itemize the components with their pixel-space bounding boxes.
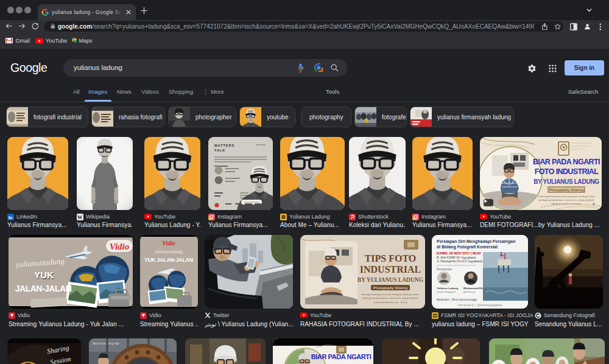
- svg-text:INDUSTRIAL: INDUSTRIAL: [360, 264, 421, 275]
- svg-text:YUK: YUK: [34, 270, 54, 280]
- svg-text:Vidio: Vidio: [110, 242, 130, 251]
- svg-text:Vidio: Vidio: [162, 240, 175, 247]
- svg-text:Tentang belajar bersama fotogr: Tentang belajar bersama fotografi, berba…: [538, 195, 596, 198]
- svg-text:Photography Sharing: Photography Sharing: [373, 286, 407, 290]
- svg-text:TALK: TALK: [214, 149, 225, 152]
- svg-text:fsmr.isi.ac.id | @fsmrisiyog: fsmr.isi.ac.id | @fsmrisiyogyakarta: [458, 304, 502, 307]
- svg-text:meetings: meetings: [256, 143, 266, 146]
- svg-text:Arif Roeng: Arif Roeng: [463, 290, 475, 293]
- svg-text:berbagi berbagai macam fotogra: berbagi berbagai macam fotografi, berbag…: [362, 293, 420, 296]
- svg-text:in: in: [9, 214, 13, 220]
- svg-text:JALAN-JALAN: JALAN-JALAN: [15, 284, 72, 293]
- svg-text:Pembicara:: Pembicara:: [437, 267, 452, 271]
- svg-text:yulianustadung: yulianustadung: [154, 249, 183, 254]
- svg-text:Photography Sharing: Photography Sharing: [549, 188, 583, 192]
- svg-text:W: W: [77, 214, 83, 220]
- svg-text:BY YULIANUS LADUNG: BY YULIANUS LADUNG: [357, 277, 424, 283]
- svg-text:KAMIS, 02 NOV 2017 | 08.00: KAMIS, 02 NOV 2017 | 08.00: [437, 251, 481, 255]
- svg-text:MATTERS: MATTERS: [214, 144, 234, 147]
- svg-text:FOTO INDUSTRIAL: FOTO INDUSTRIAL: [535, 167, 599, 176]
- svg-text:BIAR PADA NGARTI: BIAR PADA NGARTI: [311, 353, 371, 360]
- svg-text:TIPS FOTO: TIPS FOTO: [365, 253, 417, 264]
- svg-text:berbagi pengetahuan, dan terus: berbagi pengetahuan, dan terus saling tu…: [363, 296, 418, 299]
- svg-text:Yulianus Ladung: Yulianus Ladung: [437, 287, 458, 290]
- svg-text:Baut terpasang rapi: Baut terpasang rapi: [93, 341, 119, 345]
- svg-text:berbagi pengetahuan, dan terus: berbagi pengetahuan, dan terus saling tu…: [539, 198, 594, 201]
- svg-text:YUK JALAN-JALAN: YUK JALAN-JALAN: [144, 257, 193, 263]
- svg-text:Persiapan Diri Menghadapi Pers: Persiapan Diri Menghadapi Persaingan: [437, 239, 516, 244]
- svg-text:Muhammad Khalil: Muhammad Khalil: [463, 287, 487, 290]
- svg-text:www.ladetikonik.com ● ● ●: www.ladetikonik.com ● ● ●: [374, 301, 407, 304]
- svg-text:di Bidang Fotografi Komersial: di Bidang Fotografi Komersial: [437, 245, 498, 250]
- svg-text:BIAR PADA NGARTI: BIAR PADA NGARTI: [533, 158, 600, 166]
- svg-text:Senior Fotografer: Senior Fotografer: [437, 290, 456, 293]
- svg-text:BY YULIANUS LADUNG: BY YULIANUS LADUNG: [533, 178, 599, 185]
- svg-text:Moderator: Rizon Sementenggo: Moderator: Rizon Sementenggo: [437, 298, 477, 301]
- svg-text:Jl. Parangtritis Km 6,5 Yogyak: Jl. Parangtritis Km 6,5 Yogyakarta: [437, 259, 482, 263]
